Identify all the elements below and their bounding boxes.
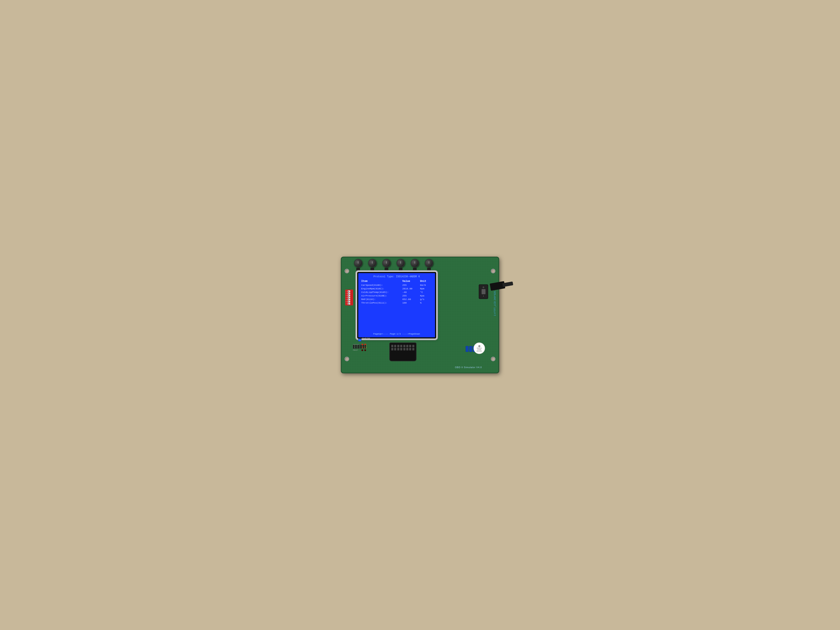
lcd-row-2: ColdLiqdTemp(0105): -40 °C (361, 291, 432, 294)
obd-pins (390, 343, 416, 351)
switch-off-label: O (483, 286, 484, 288)
switch-on-label: I (483, 295, 484, 297)
header-pin-5 (360, 344, 361, 349)
lcd-screen: Protocol Type: ISO14230-4ADDR K Item Val… (358, 273, 435, 337)
row4-item: MAF(0110): (361, 298, 402, 301)
dip-switch[interactable]: 1 2 3 4 5 6 7 (345, 290, 353, 305)
row2-value: -40 (402, 291, 420, 294)
lcd-row-3: AirPressure(010B): 255 Kpa (361, 294, 432, 297)
led-fault-indicator-2 (365, 349, 366, 351)
knob-5[interactable] (411, 259, 419, 272)
row3-item: AirPressure(010B): (361, 294, 402, 297)
header-value: Value (402, 280, 420, 283)
row4-value: 652.80 (402, 298, 420, 301)
board-title: OBD II Simulator V4.0 (455, 366, 482, 368)
header-item: Item (361, 280, 402, 283)
row0-value: 255 (402, 284, 420, 286)
knob-1[interactable] (354, 259, 362, 272)
sticker-text: REMOVEAFTERWASHING (477, 347, 482, 352)
remove-after-washing-sticker: ⊕ REMOVEAFTERWASHING (474, 343, 485, 354)
row5-value: 100 (402, 302, 420, 304)
obd-connector[interactable] (389, 343, 417, 361)
led-fault-label: FAULT (353, 349, 360, 351)
lcd-header: Item Value Unit (361, 280, 432, 283)
row5-item: ThrottlePos(0111): (361, 302, 402, 304)
lcd-protocol-line: Protocol Type: ISO14230-4ADDR K (361, 275, 432, 278)
row0-unit: Km/H (420, 284, 432, 286)
blue-jumper[interactable] (358, 338, 362, 341)
header-pin-2 (355, 344, 356, 349)
cable-connector (489, 281, 505, 291)
row1-item: EngineRpm(010C): (361, 287, 402, 290)
fault-sw-label: Fault SW (362, 337, 370, 339)
header-pin-7 (363, 344, 364, 349)
sticker-plus-icon: ⊕ (478, 344, 481, 347)
row3-unit: Kpa (420, 294, 432, 297)
row3-value: 255 (402, 294, 420, 297)
header-pin-4 (358, 344, 359, 349)
pcb-board: 1 2 3 4 5 6 7 Protocol Type: ISO14230-4A… (341, 257, 499, 373)
led-fault-row: FAULT (353, 349, 366, 351)
terminal-1 (466, 346, 469, 352)
knobs-row (354, 259, 478, 272)
header-pin-8 (365, 344, 366, 349)
lcd-container: Protocol Type: ISO14230-4ADDR K Item Val… (357, 272, 436, 338)
header-pins (353, 344, 366, 349)
mount-hole-br (491, 357, 496, 361)
row5-unit: % (420, 302, 432, 304)
scene: 1 2 3 4 5 6 7 Protocol Type: ISO14230-4A… (335, 250, 505, 380)
power-switch[interactable]: O I (479, 284, 488, 299)
lcd-row-4: MAF(0110): 652.80 g/s (361, 298, 432, 301)
knob-2[interactable] (368, 259, 376, 272)
mount-hole-bl (344, 357, 349, 361)
lcd-row-0: CarSpeed(010D): 255 Km/H (361, 284, 432, 286)
terminal-2 (469, 346, 472, 352)
header-pin-1 (353, 344, 354, 349)
row1-unit: Rpm (420, 287, 432, 290)
row1-value: 2816.00 (402, 287, 420, 290)
row2-item: ColdLiqdTemp(0105): (361, 291, 402, 294)
row4-unit: g/s (420, 298, 432, 301)
row2-unit: °C (420, 291, 432, 294)
row0-item: CarSpeed(010D): (361, 284, 402, 286)
mount-hole-tl (344, 269, 349, 273)
led-fault-indicator (362, 349, 363, 351)
header-pin-6 (361, 344, 363, 349)
knob-3[interactable] (382, 259, 391, 272)
lcd-footer: PageUp<---- Page:1/3 ---->PageDown (358, 333, 435, 335)
mount-hole-tr (491, 269, 496, 273)
knob-4[interactable] (396, 259, 405, 272)
header-pin-3 (356, 344, 357, 349)
knob-6[interactable] (425, 259, 433, 272)
lcd-row-1: EngineRpm(010C): 2816.00 Rpm (361, 287, 432, 290)
switch-lever (482, 289, 486, 294)
lcd-row-5: ThrottlePos(0111): 100 % (361, 302, 432, 304)
header-unit: Unit (420, 280, 432, 283)
